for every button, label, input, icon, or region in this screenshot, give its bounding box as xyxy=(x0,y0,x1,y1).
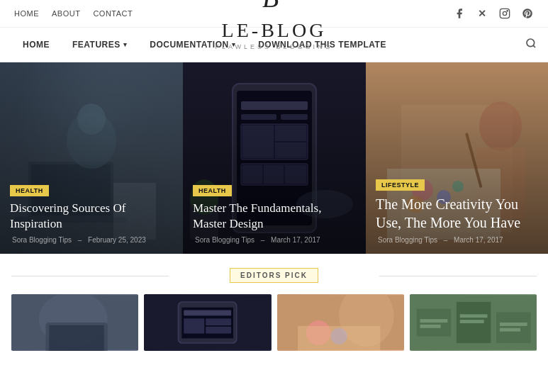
hero-card-3-meta: Sora Blogging Tips – March 17, 2017 xyxy=(376,236,538,244)
topbar-nav-home[interactable]: HOME xyxy=(14,9,39,18)
pinterest-icon[interactable] xyxy=(521,7,534,20)
editors-pick-grid xyxy=(11,294,537,351)
hero-card-1-content: HEALTH Discovering Sources Of Inspiratio… xyxy=(0,173,183,254)
hero-card-1-title: Discovering Sources Of Inspiration xyxy=(10,201,173,232)
hero-card-1-sep: – xyxy=(78,236,84,244)
svg-rect-63 xyxy=(496,312,530,343)
instagram-icon[interactable] xyxy=(498,7,511,20)
svg-point-8 xyxy=(527,39,535,47)
svg-rect-47 xyxy=(49,325,104,351)
hero-card-3-content: LIFESTYLE The More Creativity You Use, T… xyxy=(366,167,548,254)
ep-card-3[interactable] xyxy=(277,294,404,351)
svg-rect-54 xyxy=(206,327,231,334)
hero-card-1-tag: HEALTH xyxy=(10,185,49,196)
svg-rect-67 xyxy=(459,320,483,323)
hero-card-1[interactable]: HEALTH Discovering Sources Of Inspiratio… xyxy=(0,62,183,254)
svg-rect-65 xyxy=(420,325,440,328)
topbar-nav-contact[interactable]: CONTACT xyxy=(93,9,133,18)
hero-card-3[interactable]: LIFESTYLE The More Creativity You Use, T… xyxy=(366,62,548,254)
svg-rect-52 xyxy=(184,318,204,333)
hero-card-3-date: March 17, 2017 xyxy=(454,236,503,244)
features-chevron: ▾ xyxy=(123,41,128,48)
hero-card-2-author: Sora Blogging Tips xyxy=(195,236,255,244)
svg-rect-51 xyxy=(184,310,231,316)
svg-text:B: B xyxy=(262,0,278,13)
hero-card-2-date: March 17, 2017 xyxy=(271,236,320,244)
hero-card-3-tag: LIFESTYLE xyxy=(376,179,425,191)
facebook-icon[interactable] xyxy=(453,7,466,20)
svg-rect-53 xyxy=(206,318,231,325)
hero-card-2-content: HEALTH Master The Fundamentals, Master D… xyxy=(183,173,366,254)
editors-pick-section: EDITORS PICK xyxy=(0,254,548,358)
hero-card-1-date: February 25, 2023 xyxy=(88,236,146,244)
svg-point-7 xyxy=(507,11,508,11)
logo-icon: B ℬ xyxy=(256,0,291,19)
svg-line-9 xyxy=(533,45,535,47)
ep-card-1-illustration xyxy=(11,294,138,351)
hero-card-2[interactable]: HEALTH Master The Fundamentals, Master D… xyxy=(183,62,366,254)
logo-text: LE-BLOG xyxy=(215,19,332,42)
svg-point-6 xyxy=(503,11,506,15)
ep-card-4[interactable] xyxy=(410,294,537,351)
logo-subtitle: FLAWLESS BLOGGING xyxy=(215,43,332,50)
hero-section: HEALTH Discovering Sources Of Inspiratio… xyxy=(0,62,548,254)
ep-card-1[interactable] xyxy=(11,294,138,351)
search-icon[interactable] xyxy=(525,28,537,62)
svg-rect-68 xyxy=(500,323,527,326)
hero-card-1-author: Sora Blogging Tips xyxy=(12,236,72,244)
hero-card-2-meta: Sora Blogging Tips – March 17, 2017 xyxy=(193,236,356,244)
hero-card-2-tag: HEALTH xyxy=(193,185,232,196)
social-icons: ✕ xyxy=(453,7,534,20)
editors-pick-label: EDITORS PICK xyxy=(230,268,318,283)
svg-rect-69 xyxy=(500,328,520,332)
top-bar: HOME ABOUT CONTACT B ℬ LE-BLOG FLAWLESS … xyxy=(0,0,548,28)
svg-rect-66 xyxy=(459,314,487,318)
hero-card-3-author: Sora Blogging Tips xyxy=(378,236,437,244)
ep-card-2[interactable] xyxy=(144,294,271,351)
hero-card-2-sep: – xyxy=(261,236,267,244)
hero-card-3-title: The More Creativity You Use, The More Yo… xyxy=(376,195,538,232)
hero-card-3-sep: – xyxy=(444,236,449,244)
topbar-nav: HOME ABOUT CONTACT xyxy=(14,9,133,18)
editors-pick-header: EDITORS PICK xyxy=(11,268,537,283)
nav-features[interactable]: FEATURES ▾ xyxy=(61,30,138,60)
logo: B ℬ LE-BLOG FLAWLESS BLOGGING xyxy=(215,0,332,53)
nav-home[interactable]: HOME xyxy=(11,30,61,60)
svg-rect-64 xyxy=(420,319,447,323)
svg-rect-59 xyxy=(298,326,380,351)
ep-card-2-illustration xyxy=(144,294,271,351)
twitter-x-icon[interactable]: ✕ xyxy=(476,7,488,20)
svg-rect-5 xyxy=(500,9,509,18)
hero-card-1-meta: Sora Blogging Tips – February 25, 2023 xyxy=(10,236,173,244)
ep-card-4-illustration xyxy=(410,294,537,351)
hero-card-2-title: Master The Fundamentals, Master Design xyxy=(193,201,356,232)
topbar-nav-about[interactable]: ABOUT xyxy=(52,9,80,18)
ep-card-3-illustration xyxy=(277,294,404,351)
